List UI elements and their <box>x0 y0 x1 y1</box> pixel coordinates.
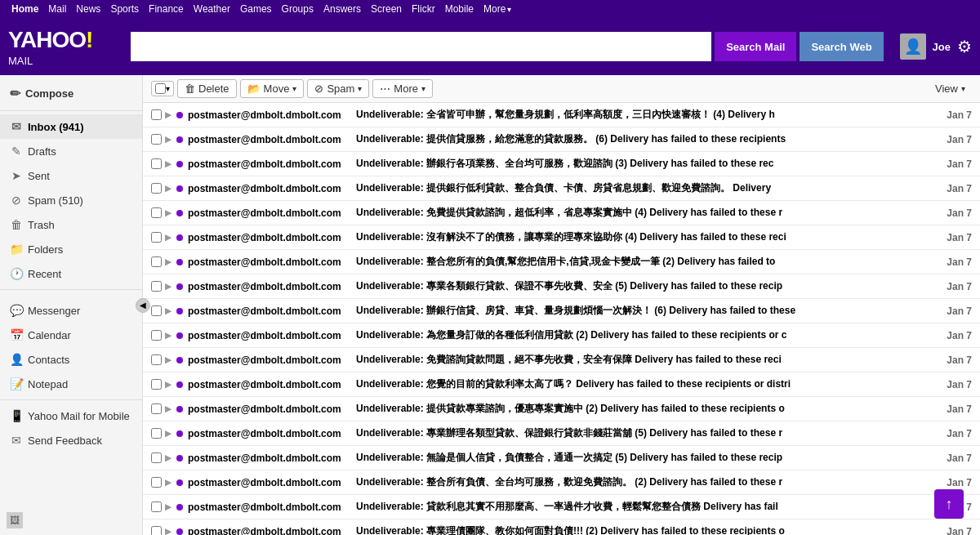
sidebar-item-messenger[interactable]: 💬 Messenger <box>0 298 142 323</box>
nav-screen[interactable]: Screen <box>366 3 407 15</box>
sidebar-item-sent[interactable]: ➤ Sent <box>0 163 142 188</box>
sidebar-item-feedback[interactable]: ✉ Send Feedback <box>0 428 142 453</box>
email-row[interactable]: ▶ postmaster@dmbolt.dmbolt.com Undeliver… <box>143 348 980 372</box>
email-subject: Undeliverable: 專業理債團隊、教你如何面對負債!!! (2) De… <box>351 524 931 535</box>
email-expand-icon[interactable]: ▶ <box>165 184 172 193</box>
sidebar-collapse-button[interactable]: ◀ <box>136 298 150 313</box>
email-expand-icon[interactable]: ▶ <box>165 453 172 462</box>
compose-button[interactable]: ✏ Compose <box>0 80 142 107</box>
sidebar-item-inbox[interactable]: ✉ Inbox (941) <box>0 114 142 139</box>
email-expand-icon[interactable]: ▶ <box>165 159 172 168</box>
email-expand-icon[interactable]: ▶ <box>165 306 172 315</box>
email-checkbox[interactable] <box>151 134 162 145</box>
email-expand-icon[interactable]: ▶ <box>165 110 172 119</box>
select-dropdown-arrow[interactable]: ▾ <box>166 84 170 93</box>
spam-button[interactable]: ⊘ Spam ▾ <box>307 79 369 98</box>
more-button[interactable]: ⋯ More ▾ <box>372 79 433 98</box>
select-all-checkbox[interactable] <box>155 83 166 94</box>
email-expand-icon[interactable]: ▶ <box>165 527 172 535</box>
email-checkbox[interactable] <box>151 453 162 463</box>
email-expand-icon[interactable]: ▶ <box>165 429 172 438</box>
sidebar-item-spam[interactable]: ⊘ Spam (510) <box>0 188 142 212</box>
search-mail-button[interactable]: Search Mail <box>715 32 796 61</box>
email-checkbox[interactable] <box>151 354 162 365</box>
email-row[interactable]: ▶ postmaster@dmbolt.dmbolt.com Undeliver… <box>143 397 980 421</box>
email-checkbox[interactable] <box>151 379 162 390</box>
sidebar-item-calendar[interactable]: 📅 Calendar <box>0 323 142 347</box>
email-checkbox[interactable] <box>151 232 162 243</box>
email-expand-icon[interactable]: ▶ <box>165 135 172 144</box>
delete-button[interactable]: 🗑 Delete <box>177 79 237 98</box>
nav-finance[interactable]: Finance <box>144 3 189 15</box>
email-expand-icon[interactable]: ▶ <box>165 331 172 340</box>
email-checkbox[interactable] <box>151 403 162 414</box>
email-expand-icon[interactable]: ▶ <box>165 404 172 413</box>
nav-mobile[interactable]: Mobile <box>440 3 479 15</box>
email-date: Jan 7 <box>931 379 972 390</box>
nav-games[interactable]: Games <box>235 3 277 15</box>
sidebar-item-notepad[interactable]: 📝 Notepad <box>0 372 142 396</box>
sidebar-item-trash[interactable]: 🗑 Trash <box>0 212 142 237</box>
email-row[interactable]: ▶ postmaster@dmbolt.dmbolt.com Undeliver… <box>143 103 980 127</box>
email-expand-icon[interactable]: ▶ <box>165 208 172 217</box>
search-web-button[interactable]: Search Web <box>800 32 883 61</box>
email-row[interactable]: ▶ postmaster@dmbolt.dmbolt.com Undeliver… <box>143 225 980 250</box>
email-checkbox[interactable] <box>151 305 162 316</box>
nav-home[interactable]: Home <box>7 3 43 15</box>
back-to-top-button[interactable]: ↑ <box>934 489 964 519</box>
email-row[interactable]: ▶ postmaster@dmbolt.dmbolt.com Undeliver… <box>143 299 980 323</box>
email-row[interactable]: ▶ postmaster@dmbolt.dmbolt.com Undeliver… <box>143 250 980 274</box>
email-row[interactable]: ▶ postmaster@dmbolt.dmbolt.com Undeliver… <box>143 519 980 535</box>
email-checkbox[interactable] <box>151 477 162 488</box>
email-row[interactable]: ▶ postmaster@dmbolt.dmbolt.com Undeliver… <box>143 274 980 299</box>
nav-weather[interactable]: Weather <box>189 3 235 15</box>
sidebar-item-drafts[interactable]: ✎ Drafts <box>0 139 142 163</box>
unread-indicator <box>176 528 183 535</box>
nav-answers[interactable]: Answers <box>318 3 366 15</box>
email-expand-icon[interactable]: ▶ <box>165 233 172 242</box>
email-expand-icon[interactable]: ▶ <box>165 478 172 487</box>
email-row[interactable]: ▶ postmaster@dmbolt.dmbolt.com Undeliver… <box>143 201 980 225</box>
email-expand-icon[interactable]: ▶ <box>165 355 172 364</box>
sidebar-item-yahoo-mobile[interactable]: 📱 Yahoo Mail for Mobile <box>0 403 142 428</box>
sidebar-item-recent[interactable]: 🕐 Recent <box>0 261 142 286</box>
email-checkbox[interactable] <box>151 330 162 341</box>
nav-flickr[interactable]: Flickr <box>407 3 440 15</box>
settings-icon[interactable]: ⚙ <box>957 37 972 56</box>
nav-more[interactable]: More <box>479 3 516 15</box>
email-row[interactable]: ▶ postmaster@dmbolt.dmbolt.com Undeliver… <box>143 152 980 176</box>
nav-sports[interactable]: Sports <box>105 3 144 15</box>
move-button[interactable]: 📂 Move ▾ <box>240 79 305 98</box>
email-checkbox[interactable] <box>151 526 162 535</box>
email-checkbox[interactable] <box>151 502 162 512</box>
select-all-checkbox-area[interactable]: ▾ <box>151 81 174 96</box>
sidebar-item-folders[interactable]: 📁 Folders <box>0 237 142 261</box>
email-checkbox[interactable] <box>151 183 162 194</box>
email-checkbox[interactable] <box>151 281 162 292</box>
view-button[interactable]: View ▾ <box>929 80 972 97</box>
search-input[interactable] <box>131 32 711 61</box>
email-row[interactable]: ▶ postmaster@dmbolt.dmbolt.com Undeliver… <box>143 495 980 519</box>
email-row[interactable]: ▶ postmaster@dmbolt.dmbolt.com Undeliver… <box>143 323 980 348</box>
nav-mail[interactable]: Mail <box>43 3 71 15</box>
email-row[interactable]: ▶ postmaster@dmbolt.dmbolt.com Undeliver… <box>143 127 980 152</box>
nav-groups[interactable]: Groups <box>277 3 318 15</box>
nav-news[interactable]: News <box>71 3 105 15</box>
email-expand-icon[interactable]: ▶ <box>165 380 172 389</box>
sidebar-item-contacts[interactable]: 👤 Contacts <box>0 347 142 372</box>
email-row[interactable]: ▶ postmaster@dmbolt.dmbolt.com Undeliver… <box>143 372 980 397</box>
email-checkbox[interactable] <box>151 158 162 169</box>
email-checkbox[interactable] <box>151 428 162 439</box>
email-checkbox[interactable] <box>151 109 162 120</box>
email-expand-icon[interactable]: ▶ <box>165 257 172 266</box>
email-date: Jan 7 <box>931 207 972 219</box>
email-checkbox[interactable] <box>151 256 162 267</box>
email-row[interactable]: ▶ postmaster@dmbolt.dmbolt.com Undeliver… <box>143 176 980 201</box>
email-checkbox[interactable] <box>151 207 162 218</box>
email-expand-icon[interactable]: ▶ <box>165 502 172 511</box>
email-row[interactable]: ▶ postmaster@dmbolt.dmbolt.com Undeliver… <box>143 446 980 470</box>
calendar-icon: 📅 <box>10 328 23 341</box>
email-row[interactable]: ▶ postmaster@dmbolt.dmbolt.com Undeliver… <box>143 470 980 495</box>
email-expand-icon[interactable]: ▶ <box>165 282 172 291</box>
email-row[interactable]: ▶ postmaster@dmbolt.dmbolt.com Undeliver… <box>143 421 980 446</box>
